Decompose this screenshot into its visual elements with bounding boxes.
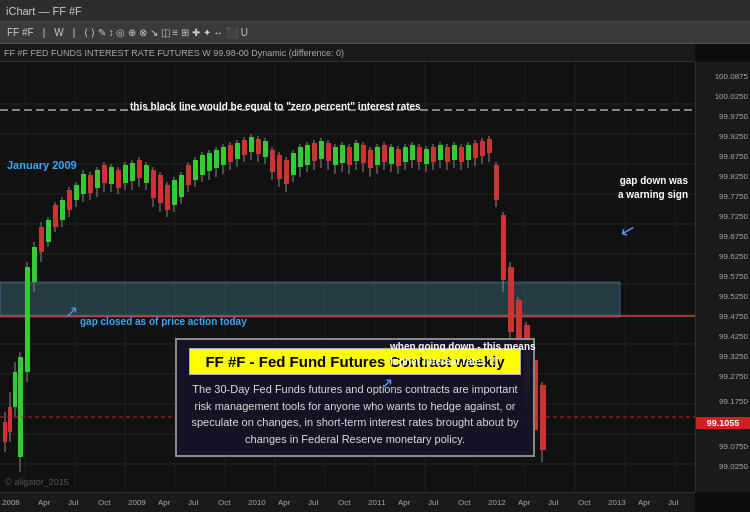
svg-rect-54 (74, 185, 79, 200)
time-label-jul12: Jul (548, 498, 558, 507)
toolbar-separator: | (40, 26, 49, 39)
svg-rect-120 (305, 145, 310, 165)
price-label-9: 99.6750 (719, 232, 748, 241)
toolbar: FF #F | W | ⟨ ⟩ ✎ ↕ ◎ ⊕ ⊗ ↘ ◫ ≡ ⊞ ✚ ✦ ↔ … (0, 22, 750, 44)
svg-rect-126 (326, 143, 331, 161)
time-label-2008: 2008 (2, 498, 20, 507)
svg-rect-130 (340, 145, 345, 163)
time-label-oct09: Oct (218, 498, 230, 507)
toolbar-symbol[interactable]: FF #F (4, 26, 37, 39)
svg-rect-86 (186, 165, 191, 185)
price-label-4: 99.9250 (719, 132, 748, 141)
svg-rect-140 (375, 147, 380, 165)
time-label-jul09: Jul (188, 498, 198, 507)
svg-rect-98 (228, 145, 233, 162)
svg-rect-152 (417, 147, 422, 162)
svg-rect-108 (263, 141, 268, 157)
svg-rect-52 (67, 190, 72, 210)
time-label-apr12: Apr (518, 498, 530, 507)
price-label-15: 99.3250 (719, 352, 748, 361)
january-2009-annotation: January 2009 (7, 159, 77, 171)
gap-closed-annotation: gap closed as of price action today (80, 316, 247, 327)
svg-rect-66 (116, 170, 121, 188)
svg-rect-106 (256, 139, 261, 154)
current-price-label: 99.1055 (696, 417, 750, 429)
time-label-jul11: Jul (428, 498, 438, 507)
title-bar-text: iChart — FF #F (6, 5, 82, 17)
svg-rect-50 (60, 200, 65, 220)
svg-rect-160 (445, 147, 450, 162)
svg-rect-32 (3, 422, 7, 442)
time-label-jul13: Jul (668, 498, 678, 507)
price-label-6: 99.8250 (719, 172, 748, 181)
time-label-2010: 2010 (248, 498, 266, 507)
svg-rect-56 (81, 174, 86, 194)
time-label-2012: 2012 (488, 498, 506, 507)
svg-rect-42 (32, 247, 37, 282)
price-label-5: 99.8750 (719, 152, 748, 161)
svg-rect-116 (291, 153, 296, 175)
svg-rect-122 (312, 143, 317, 161)
svg-rect-158 (438, 145, 443, 160)
svg-rect-114 (284, 160, 289, 184)
svg-rect-124 (319, 141, 324, 159)
svg-rect-68 (123, 165, 128, 183)
svg-rect-178 (508, 267, 514, 332)
price-label-17: 99.1750 (719, 397, 748, 406)
svg-rect-150 (410, 145, 415, 160)
svg-rect-144 (389, 147, 394, 164)
svg-rect-96 (221, 147, 226, 165)
price-label-12: 99.5250 (719, 292, 748, 301)
svg-rect-46 (46, 220, 51, 242)
title-bar: iChart — FF #F (0, 0, 750, 22)
svg-rect-156 (431, 147, 436, 162)
svg-rect-70 (130, 163, 135, 181)
svg-rect-168 (473, 143, 478, 158)
price-label-3: 99.9750 (719, 112, 748, 121)
svg-rect-62 (102, 165, 107, 183)
toolbar-separator2: | (70, 26, 79, 39)
gap-down-annotation: gap down wasa warning sign (618, 174, 688, 202)
price-label-2: 100.0250 (715, 92, 748, 101)
svg-rect-162 (452, 145, 457, 160)
chart-container: FF #F FED FUNDS INTEREST RATE FUTURES W … (0, 44, 750, 512)
svg-rect-64 (109, 167, 114, 184)
svg-rect-136 (361, 145, 366, 163)
svg-rect-36 (13, 372, 17, 407)
price-label-18: 99.0750 (719, 442, 748, 451)
chart-header: FF #F FED FUNDS INTEREST RATE FUTURES W … (0, 44, 695, 62)
price-label-16: 99.2750 (719, 372, 748, 381)
time-label-oct10: Oct (338, 498, 350, 507)
price-axis: 100.0875 100.0250 99.9750 99.9250 99.875… (695, 62, 750, 492)
svg-rect-34 (8, 407, 12, 432)
time-label-2013: 2013 (608, 498, 626, 507)
time-label-jul10: Jul (308, 498, 318, 507)
svg-rect-40 (25, 267, 30, 372)
higher-rates-arrow: ↗ (380, 374, 393, 393)
price-label-14: 99.4250 (719, 332, 748, 341)
svg-rect-84 (179, 175, 184, 197)
time-label-jul08: Jul (68, 498, 78, 507)
svg-rect-90 (200, 155, 205, 175)
time-axis: 2008 Apr Jul Oct 2009 Apr Jul Oct 2010 A… (0, 492, 695, 512)
svg-rect-72 (137, 160, 142, 178)
chart-title: FF #F FED FUNDS INTEREST RATE FUTURES W … (4, 48, 344, 58)
time-label-oct08: Oct (98, 498, 110, 507)
svg-rect-174 (494, 165, 499, 200)
svg-rect-138 (368, 150, 373, 168)
time-label-apr10: Apr (278, 498, 290, 507)
svg-rect-166 (466, 145, 471, 160)
toolbar-timeframe[interactable]: W (51, 26, 66, 39)
higher-rates-annotation: when going down - this meanshigher inter… (390, 339, 536, 369)
svg-rect-110 (270, 150, 275, 172)
svg-rect-82 (172, 180, 177, 205)
svg-rect-134 (354, 143, 359, 161)
svg-rect-146 (396, 149, 401, 166)
svg-rect-118 (298, 147, 303, 167)
dashed-line-annotation: this black line would be equal to "zero … (130, 101, 421, 112)
svg-rect-60 (95, 170, 100, 188)
toolbar-tools[interactable]: ⟨ ⟩ ✎ ↕ ◎ ⊕ ⊗ ↘ ◫ ≡ ⊞ ✚ ✦ ↔ ⬛ U (81, 26, 251, 39)
svg-rect-76 (151, 170, 156, 198)
svg-rect-170 (480, 141, 485, 156)
time-label-2009: 2009 (128, 498, 146, 507)
